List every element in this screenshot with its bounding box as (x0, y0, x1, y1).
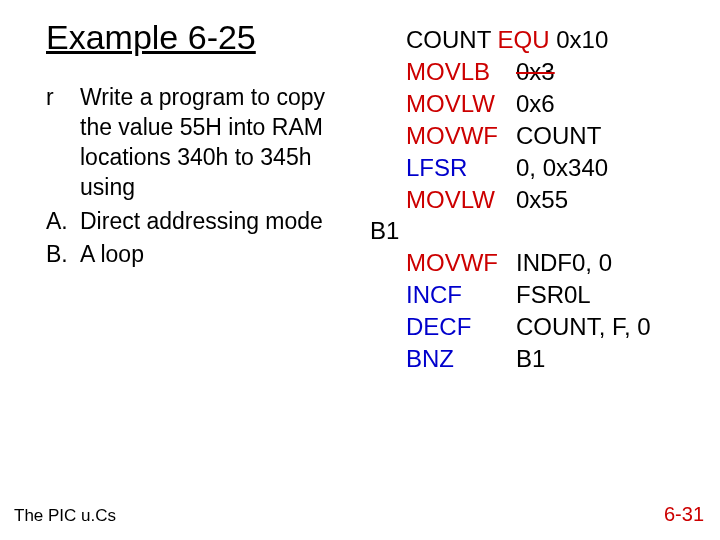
slide: Example 6-25 r Write a program to copy t… (0, 0, 720, 375)
code-mnemonic: MOVWF (406, 120, 516, 152)
code-line: COUNT EQU 0x10 (370, 24, 690, 56)
code-mnemonic: DECF (406, 311, 516, 343)
code-arg: FSR0L (516, 281, 591, 308)
slide-title: Example 6-25 (46, 18, 342, 57)
code-label-line: B1 (370, 215, 690, 247)
bullet-marker: B. (46, 240, 80, 270)
code-arg: INDF0, 0 (516, 249, 612, 276)
code-line: LFSR0, 0x340 (370, 152, 690, 184)
code-arg: COUNT (516, 122, 601, 149)
bullet-text: A loop (80, 240, 144, 270)
code-arg: B1 (516, 345, 545, 372)
bullet-text: Write a program to copy the value 55H in… (80, 83, 342, 203)
code-mnemonic: MOVLW (406, 88, 516, 120)
code-line: INCFFSR0L (370, 279, 690, 311)
bullet-list: r Write a program to copy the value 55H … (46, 83, 342, 270)
code-mnemonic: BNZ (406, 343, 516, 375)
code-line: MOVWFCOUNT (370, 120, 690, 152)
code-label: COUNT (406, 26, 491, 53)
code-mnemonic: LFSR (406, 152, 516, 184)
list-item: A. Direct addressing mode (46, 207, 342, 237)
bullet-marker: A. (46, 207, 80, 237)
code-line-struck: MOVLB0x3 (370, 56, 690, 88)
code-mnemonic: EQU (498, 26, 550, 53)
bullet-marker: r (46, 83, 80, 203)
code-line: MOVLW0x55 (370, 184, 690, 216)
code-arg: 0x55 (516, 186, 568, 213)
code-line: MOVLW0x6 (370, 88, 690, 120)
footer-left: The PIC u.Cs (14, 506, 116, 526)
footer-page-number: 6-31 (664, 503, 704, 526)
code-mnemonic: MOVLB (406, 56, 516, 88)
code-arg: 0x3 (516, 58, 555, 85)
code-mnemonic: INCF (406, 279, 516, 311)
code-line: BNZB1 (370, 343, 690, 375)
code-line: DECFCOUNT, F, 0 (370, 311, 690, 343)
code-arg: 0x6 (516, 90, 555, 117)
code-line: MOVWFINDF0, 0 (370, 247, 690, 279)
left-column: Example 6-25 r Write a program to copy t… (46, 18, 342, 375)
code-arg: 0, 0x340 (516, 154, 608, 181)
code-arg: COUNT, F, 0 (516, 313, 651, 340)
bullet-text: Direct addressing mode (80, 207, 323, 237)
code-block: COUNT EQU 0x10 MOVLB0x3 MOVLW0x6 MOVWFCO… (370, 18, 690, 375)
list-item: r Write a program to copy the value 55H … (46, 83, 342, 203)
code-mnemonic: MOVWF (406, 247, 516, 279)
code-arg: 0x10 (550, 26, 609, 53)
code-mnemonic: MOVLW (406, 184, 516, 216)
list-item: B. A loop (46, 240, 342, 270)
